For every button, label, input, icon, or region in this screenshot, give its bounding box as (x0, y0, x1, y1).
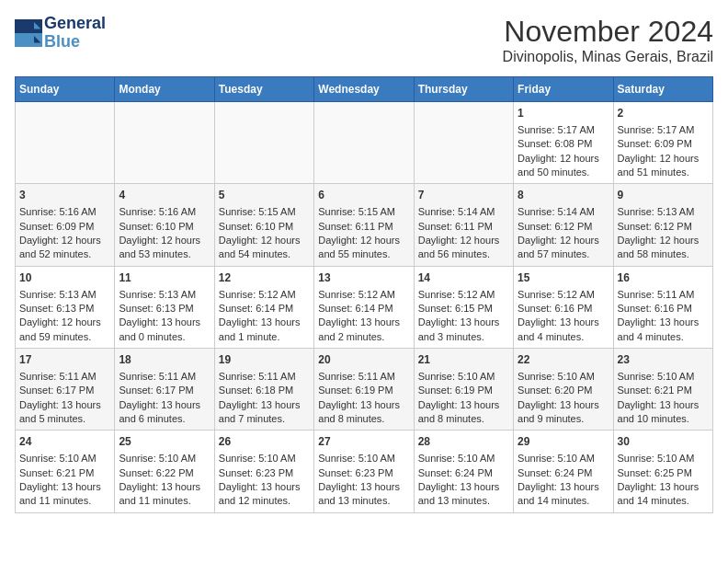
day-info-line: Sunset: 6:17 PM (119, 384, 210, 397)
day-info-line: Daylight: 13 hours and 12 minutes. (219, 480, 310, 509)
day-header-saturday: Saturday (613, 77, 712, 102)
day-info-line: Sunrise: 5:13 AM (119, 288, 210, 302)
day-info-line: Sunset: 6:19 PM (418, 384, 509, 397)
calendar-table: SundayMondayTuesdayWednesdayThursdayFrid… (15, 76, 713, 513)
day-number: 5 (219, 188, 310, 203)
day-number: 12 (219, 270, 310, 286)
day-info-line: Sunset: 6:22 PM (119, 466, 210, 480)
day-info-line: Daylight: 13 hours and 8 minutes. (318, 398, 409, 427)
day-info-line: Sunrise: 5:10 AM (418, 370, 509, 384)
calendar-body: 1Sunrise: 5:17 AMSunset: 6:08 PMDaylight… (16, 102, 713, 513)
day-number: 16 (618, 270, 709, 286)
calendar-cell: 28Sunrise: 5:10 AMSunset: 6:24 PMDayligh… (414, 431, 513, 512)
calendar-cell: 3Sunrise: 5:16 AMSunset: 6:09 PMDaylight… (16, 184, 115, 266)
day-number: 1 (518, 106, 609, 121)
day-number: 13 (318, 270, 409, 286)
day-info-line: Sunrise: 5:10 AM (418, 452, 509, 465)
day-header-tuesday: Tuesday (214, 77, 313, 102)
calendar-cell: 21Sunrise: 5:10 AMSunset: 6:19 PMDayligh… (414, 349, 513, 431)
calendar-cell: 14Sunrise: 5:12 AMSunset: 6:15 PMDayligh… (414, 266, 513, 348)
day-info-line: Sunrise: 5:10 AM (219, 452, 310, 465)
day-info-line: Sunrise: 5:17 AM (618, 123, 709, 137)
calendar-cell: 4Sunrise: 5:16 AMSunset: 6:10 PMDaylight… (115, 184, 214, 266)
day-info-line: Sunset: 6:24 PM (418, 466, 509, 480)
day-info-line: Sunrise: 5:11 AM (318, 370, 409, 384)
day-info-line: Sunset: 6:12 PM (518, 220, 609, 234)
day-info-line: Sunset: 6:19 PM (318, 384, 409, 397)
calendar-cell: 15Sunrise: 5:12 AMSunset: 6:16 PMDayligh… (514, 266, 613, 348)
day-info-line: Daylight: 13 hours and 11 minutes. (19, 480, 110, 509)
day-info-line: Sunrise: 5:13 AM (618, 205, 709, 219)
calendar-cell: 17Sunrise: 5:11 AMSunset: 6:17 PMDayligh… (16, 349, 115, 431)
day-info-line: Daylight: 13 hours and 4 minutes. (618, 316, 709, 344)
day-info-line: Daylight: 12 hours and 50 minutes. (518, 152, 609, 180)
day-header-monday: Monday (115, 77, 214, 102)
day-number: 8 (518, 188, 609, 203)
day-number: 27 (318, 434, 409, 450)
day-number: 6 (318, 188, 409, 203)
calendar-cell: 20Sunrise: 5:11 AMSunset: 6:19 PMDayligh… (314, 349, 414, 431)
week-row-2: 3Sunrise: 5:16 AMSunset: 6:09 PMDaylight… (16, 184, 713, 266)
title-area: November 2024 Divinopolis, Minas Gerais,… (503, 15, 713, 65)
day-number: 28 (418, 434, 509, 450)
calendar-cell (16, 102, 115, 184)
day-info-line: Sunset: 6:16 PM (618, 302, 709, 316)
calendar-cell (314, 102, 414, 184)
day-number: 15 (518, 270, 609, 286)
logo-line1: General (44, 15, 106, 33)
day-info-line: Daylight: 13 hours and 14 minutes. (518, 480, 609, 509)
calendar-cell: 19Sunrise: 5:11 AMSunset: 6:18 PMDayligh… (214, 349, 313, 431)
calendar-cell: 9Sunrise: 5:13 AMSunset: 6:12 PMDaylight… (613, 184, 712, 266)
day-info-line: Daylight: 12 hours and 52 minutes. (19, 234, 110, 262)
day-number: 7 (418, 188, 509, 203)
logo: General Blue (15, 15, 106, 52)
day-info-line: Sunset: 6:10 PM (119, 220, 210, 234)
day-info-line: Daylight: 12 hours and 54 minutes. (219, 234, 310, 262)
calendar-cell: 12Sunrise: 5:12 AMSunset: 6:14 PMDayligh… (214, 266, 313, 348)
day-info-line: Sunset: 6:23 PM (318, 466, 409, 480)
day-header-thursday: Thursday (414, 77, 513, 102)
day-info-line: Daylight: 12 hours and 51 minutes. (618, 152, 709, 180)
day-number: 20 (318, 352, 409, 368)
calendar-cell: 27Sunrise: 5:10 AMSunset: 6:23 PMDayligh… (314, 431, 414, 512)
day-info-line: Sunset: 6:17 PM (19, 384, 110, 397)
day-info-line: Sunrise: 5:17 AM (518, 123, 609, 137)
page-header: General Blue November 2024 Divinopolis, … (15, 15, 713, 65)
calendar-cell: 6Sunrise: 5:15 AMSunset: 6:11 PMDaylight… (314, 184, 414, 266)
week-row-4: 17Sunrise: 5:11 AMSunset: 6:17 PMDayligh… (16, 349, 713, 431)
calendar-cell: 13Sunrise: 5:12 AMSunset: 6:14 PMDayligh… (314, 266, 414, 348)
day-info-line: Sunrise: 5:14 AM (518, 205, 609, 219)
day-info-line: Daylight: 13 hours and 13 minutes. (418, 480, 509, 509)
day-info-line: Daylight: 13 hours and 5 minutes. (19, 398, 110, 427)
day-info-line: Sunset: 6:23 PM (219, 466, 310, 480)
day-info-line: Daylight: 13 hours and 10 minutes. (618, 398, 709, 427)
day-info-line: Sunrise: 5:10 AM (518, 452, 609, 465)
calendar-cell (414, 102, 513, 184)
month-title: November 2024 (503, 15, 713, 49)
day-number: 14 (418, 270, 509, 286)
day-info-line: Daylight: 13 hours and 8 minutes. (418, 398, 509, 427)
day-info-line: Sunrise: 5:10 AM (119, 452, 210, 465)
day-info-line: Sunset: 6:25 PM (618, 466, 709, 480)
day-number: 11 (119, 270, 210, 286)
day-header-friday: Friday (514, 77, 613, 102)
week-row-1: 1Sunrise: 5:17 AMSunset: 6:08 PMDaylight… (16, 102, 713, 184)
day-info-line: Daylight: 13 hours and 7 minutes. (219, 398, 310, 427)
day-info-line: Sunrise: 5:16 AM (119, 205, 210, 219)
day-info-line: Sunset: 6:18 PM (219, 384, 310, 397)
logo-line2: Blue (44, 33, 106, 52)
calendar-cell: 23Sunrise: 5:10 AMSunset: 6:21 PMDayligh… (613, 349, 712, 431)
calendar-cell: 5Sunrise: 5:15 AMSunset: 6:10 PMDaylight… (214, 184, 313, 266)
day-info-line: Daylight: 13 hours and 1 minute. (219, 316, 310, 344)
day-info-line: Sunset: 6:09 PM (19, 220, 110, 234)
calendar-cell: 10Sunrise: 5:13 AMSunset: 6:13 PMDayligh… (16, 266, 115, 348)
day-number: 24 (19, 434, 110, 450)
day-info-line: Daylight: 13 hours and 13 minutes. (318, 480, 409, 509)
logo-icon (15, 19, 42, 47)
day-info-line: Sunrise: 5:11 AM (119, 370, 210, 384)
day-info-line: Daylight: 13 hours and 4 minutes. (518, 316, 609, 344)
day-number: 30 (618, 434, 709, 450)
calendar-header: SundayMondayTuesdayWednesdayThursdayFrid… (16, 77, 713, 102)
day-number: 3 (19, 188, 110, 203)
day-number: 19 (219, 352, 310, 368)
